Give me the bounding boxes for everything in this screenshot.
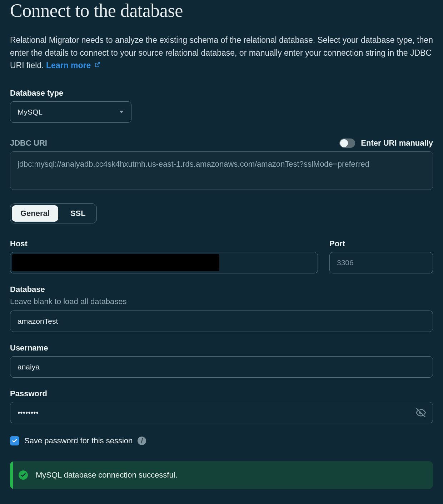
username-label: Username (10, 343, 433, 353)
port-input[interactable] (329, 252, 433, 273)
jdbc-uri-value: jdbc:mysql://anaiyadb.cc4sk4hxutmh.us-ea… (18, 160, 369, 168)
save-password-label: Save password for this session (24, 436, 133, 445)
database-label: Database (10, 285, 433, 294)
banner-stripe (10, 461, 13, 489)
host-label: Host (10, 239, 318, 248)
page-description: Relational Migrator needs to analyze the… (10, 34, 433, 72)
toggle-knob (340, 139, 348, 147)
port-label: Port (329, 239, 433, 248)
db-type-value: MySQL (18, 108, 43, 116)
jdbc-label: JDBC URI (10, 138, 47, 148)
external-link-icon (95, 62, 100, 67)
success-banner: MySQL database connection successful. (10, 461, 433, 489)
chevron-down-icon (119, 110, 124, 114)
banner-message: MySQL database connection successful. (36, 470, 178, 480)
password-label: Password (10, 389, 433, 398)
db-type-label: Database type (10, 89, 433, 98)
info-icon[interactable]: i (138, 437, 146, 445)
save-password-checkbox[interactable] (10, 436, 19, 445)
password-input[interactable] (10, 402, 433, 423)
page-title: Connect to the database (10, 0, 433, 21)
svg-line-0 (97, 62, 99, 65)
tab-ssl[interactable]: SSL (60, 204, 96, 223)
jdbc-uri-box: jdbc:mysql://anaiyadb.cc4sk4hxutmh.us-ea… (10, 151, 433, 190)
learn-more-label: Learn more (46, 61, 91, 70)
redacted-overlay (12, 254, 219, 271)
tab-general[interactable]: General (12, 205, 58, 222)
connection-tabs: General SSL (10, 203, 97, 223)
check-circle-icon (19, 470, 28, 480)
learn-more-link[interactable]: Learn more (46, 61, 100, 70)
database-hint: Leave blank to load all databases (10, 297, 433, 306)
database-input[interactable] (10, 311, 433, 332)
uri-manual-label: Enter URI manually (361, 138, 433, 148)
username-input[interactable] (10, 356, 433, 378)
eye-off-icon[interactable] (416, 408, 426, 418)
db-type-select[interactable]: MySQL (10, 101, 131, 123)
uri-manual-toggle[interactable] (339, 138, 355, 148)
